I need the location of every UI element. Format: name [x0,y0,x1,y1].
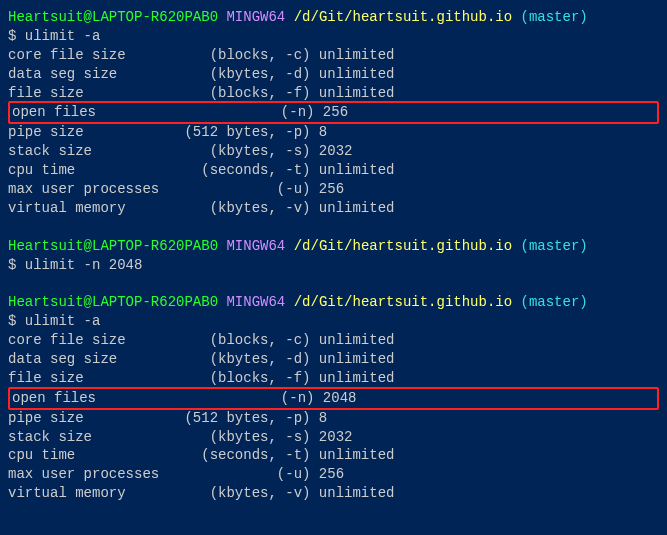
prompt-branch: (master) [521,294,588,310]
prompt-user: Heartsuit@LAPTOP-R620PAB0 [8,238,218,254]
output-line: cpu time (seconds, -t) unlimited [8,161,659,180]
prompt-path: /d/Git/heartsuit.github.io [294,294,512,310]
prompt-path: /d/Git/heartsuit.github.io [294,9,512,25]
output-line: file size (blocks, -f) unlimited [8,369,659,388]
prompt-host: MINGW64 [226,294,285,310]
prompt-path: /d/Git/heartsuit.github.io [294,238,512,254]
output-line: max user processes (-u) 256 [8,180,659,199]
prompt-host: MINGW64 [226,238,285,254]
blank-line [8,274,659,293]
prompt-line: Heartsuit@LAPTOP-R620PAB0 MINGW64 /d/Git… [8,293,659,312]
output-line: data seg size (kbytes, -d) unlimited [8,65,659,84]
blank-line [8,218,659,237]
command-line: $ ulimit -a [8,312,659,331]
prompt-user: Heartsuit@LAPTOP-R620PAB0 [8,9,218,25]
output-line: core file size (blocks, -c) unlimited [8,331,659,350]
terminal[interactable]: Heartsuit@LAPTOP-R620PAB0 MINGW64 /d/Git… [8,8,659,503]
output-line: file size (blocks, -f) unlimited [8,84,659,103]
output-line: pipe size (512 bytes, -p) 8 [8,409,659,428]
output-line: virtual memory (kbytes, -v) unlimited [8,484,659,503]
prompt-line: Heartsuit@LAPTOP-R620PAB0 MINGW64 /d/Git… [8,8,659,27]
highlight-open-files-before: open files (-n) 256 [8,101,659,124]
prompt-host: MINGW64 [226,9,285,25]
command-line: $ ulimit -n 2048 [8,256,659,275]
prompt-branch: (master) [521,9,588,25]
output-line: cpu time (seconds, -t) unlimited [8,446,659,465]
output-line: open files (-n) 256 [12,103,655,122]
output-line: core file size (blocks, -c) unlimited [8,46,659,65]
output-line: max user processes (-u) 256 [8,465,659,484]
output-line: virtual memory (kbytes, -v) unlimited [8,199,659,218]
command-line: $ ulimit -a [8,27,659,46]
prompt-user: Heartsuit@LAPTOP-R620PAB0 [8,294,218,310]
output-line: data seg size (kbytes, -d) unlimited [8,350,659,369]
output-line: stack size (kbytes, -s) 2032 [8,428,659,447]
output-line: open files (-n) 2048 [12,389,655,408]
prompt-line: Heartsuit@LAPTOP-R620PAB0 MINGW64 /d/Git… [8,237,659,256]
prompt-branch: (master) [521,238,588,254]
output-line: pipe size (512 bytes, -p) 8 [8,123,659,142]
highlight-open-files-after: open files (-n) 2048 [8,387,659,410]
output-line: stack size (kbytes, -s) 2032 [8,142,659,161]
